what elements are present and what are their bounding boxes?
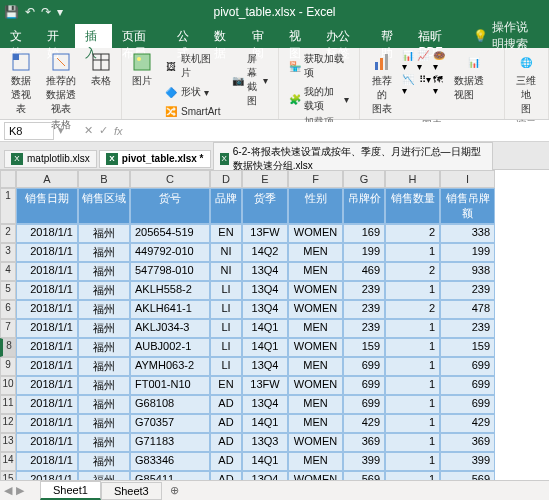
data-cell[interactable]: 13FW [242, 224, 288, 243]
data-cell[interactable]: 369 [440, 433, 495, 452]
data-cell[interactable]: LI [210, 300, 242, 319]
data-cell[interactable]: LI [210, 357, 242, 376]
row-header[interactable]: 3 [0, 243, 16, 262]
data-cell[interactable]: 547798-010 [130, 262, 210, 281]
data-cell[interactable]: 699 [343, 395, 385, 414]
data-cell[interactable]: G71183 [130, 433, 210, 452]
data-cell[interactable]: 福州 [78, 281, 130, 300]
data-cell[interactable]: WOMEN [288, 376, 343, 395]
row-header[interactable]: 5 [0, 281, 16, 300]
data-cell[interactable]: MEN [288, 414, 343, 433]
row-header[interactable]: 10 [0, 376, 16, 395]
sheet-nav[interactable]: ◀▶ [4, 484, 24, 497]
data-cell[interactable]: LI [210, 281, 242, 300]
data-cell[interactable]: 2018/1/1 [16, 395, 78, 414]
data-cell[interactable]: 938 [440, 262, 495, 281]
column-header[interactable]: E [242, 170, 288, 188]
data-cell[interactable]: 2018/1/1 [16, 433, 78, 452]
data-cell[interactable]: NI [210, 262, 242, 281]
table-header-cell[interactable]: 性别 [288, 188, 343, 224]
pie-chart-icon[interactable]: 🍩▾ [433, 50, 446, 72]
data-cell[interactable]: 福州 [78, 243, 130, 262]
screenshot-button[interactable]: 📷屏幕截图 ▾ [228, 50, 271, 110]
data-cell[interactable]: LI [210, 319, 242, 338]
enter-icon[interactable]: ✓ [99, 124, 108, 137]
redo-icon[interactable]: ↷ [41, 5, 51, 19]
data-cell[interactable]: 2018/1/1 [16, 452, 78, 471]
data-cell[interactable]: 福州 [78, 338, 130, 357]
data-cell[interactable]: LI [210, 338, 242, 357]
data-cell[interactable]: 福州 [78, 433, 130, 452]
data-cell[interactable]: 14Q1 [242, 319, 288, 338]
row-header[interactable]: 7 [0, 319, 16, 338]
tab-office[interactable]: 办公标签 [316, 24, 371, 48]
tab-home[interactable]: 开始 [37, 24, 74, 48]
data-cell[interactable]: WOMEN [288, 300, 343, 319]
data-cell[interactable]: EN [210, 376, 242, 395]
data-cell[interactable]: 1 [385, 433, 440, 452]
tell-me[interactable]: 💡 操作说明搜索 [463, 24, 549, 48]
data-cell[interactable]: 福州 [78, 357, 130, 376]
select-all-corner[interactable] [0, 170, 16, 188]
data-cell[interactable]: 1 [385, 243, 440, 262]
data-cell[interactable]: 13Q4 [242, 357, 288, 376]
data-cell[interactable]: AKLH641-1 [130, 300, 210, 319]
tab-file[interactable]: 文件 [0, 24, 37, 48]
data-cell[interactable]: 14Q2 [242, 243, 288, 262]
file-tab-2[interactable]: Xpivot_table.xlsx * [99, 150, 211, 168]
data-cell[interactable]: 13Q4 [242, 281, 288, 300]
column-header[interactable]: I [440, 170, 495, 188]
area-chart-icon[interactable]: 📉▾ [402, 74, 417, 96]
data-cell[interactable]: 1 [385, 357, 440, 376]
online-pictures-button[interactable]: 🖼联机图片 [160, 50, 224, 82]
map-3d-button[interactable]: 🌐 三维地 图 [511, 50, 542, 118]
tab-layout[interactable]: 页面布局 [112, 24, 167, 48]
table-header-cell[interactable]: 销售区域 [78, 188, 130, 224]
row-header[interactable]: 13 [0, 433, 16, 452]
data-cell[interactable]: 2018/1/1 [16, 319, 78, 338]
line-chart-icon[interactable]: 📈▾ [417, 50, 430, 72]
column-header[interactable]: H [385, 170, 440, 188]
data-cell[interactable]: MEN [288, 357, 343, 376]
data-cell[interactable]: WOMEN [288, 338, 343, 357]
get-addins-button[interactable]: 🏪获取加载项 [285, 50, 354, 82]
sheet-tab-1[interactable]: Sheet1 [40, 481, 101, 500]
table-header-cell[interactable]: 销售数量 [385, 188, 440, 224]
data-cell[interactable]: 239 [343, 319, 385, 338]
data-cell[interactable]: 2 [385, 262, 440, 281]
data-cell[interactable]: 369 [343, 433, 385, 452]
column-header[interactable]: A [16, 170, 78, 188]
tab-foxit[interactable]: 福昕PDF [408, 24, 463, 48]
fx-icon[interactable]: fx [114, 125, 123, 137]
data-cell[interactable]: G70357 [130, 414, 210, 433]
undo-icon[interactable]: ↶ [25, 5, 35, 19]
table-header-cell[interactable]: 销售吊牌额 [440, 188, 495, 224]
pivot-chart-button[interactable]: 📊 数据透视图 [450, 50, 498, 104]
data-cell[interactable]: AUBJ002-1 [130, 338, 210, 357]
data-cell[interactable]: 13Q3 [242, 433, 288, 452]
data-cell[interactable]: 699 [343, 357, 385, 376]
data-cell[interactable]: 2018/1/1 [16, 414, 78, 433]
recommended-charts-button[interactable]: 推荐的 图表 [366, 50, 398, 118]
data-cell[interactable]: WOMEN [288, 224, 343, 243]
data-cell[interactable]: 2 [385, 224, 440, 243]
data-cell[interactable]: MEN [288, 395, 343, 414]
data-cell[interactable]: 福州 [78, 376, 130, 395]
row-header[interactable]: 1 [0, 188, 16, 224]
column-header[interactable]: B [78, 170, 130, 188]
column-header[interactable]: D [210, 170, 242, 188]
data-cell[interactable]: AD [210, 414, 242, 433]
data-cell[interactable]: 1 [385, 395, 440, 414]
column-header[interactable]: F [288, 170, 343, 188]
data-cell[interactable]: 338 [440, 224, 495, 243]
data-cell[interactable]: 199 [440, 243, 495, 262]
cancel-icon[interactable]: ✕ [84, 124, 93, 137]
data-cell[interactable]: 449792-010 [130, 243, 210, 262]
data-cell[interactable]: 1 [385, 452, 440, 471]
shapes-button[interactable]: 🔷形状 ▾ [160, 83, 224, 101]
data-cell[interactable]: 199 [343, 243, 385, 262]
data-cell[interactable]: G83346 [130, 452, 210, 471]
name-box[interactable]: K8 [4, 122, 54, 140]
next-sheet-icon[interactable]: ▶ [16, 484, 24, 497]
data-cell[interactable]: MEN [288, 262, 343, 281]
